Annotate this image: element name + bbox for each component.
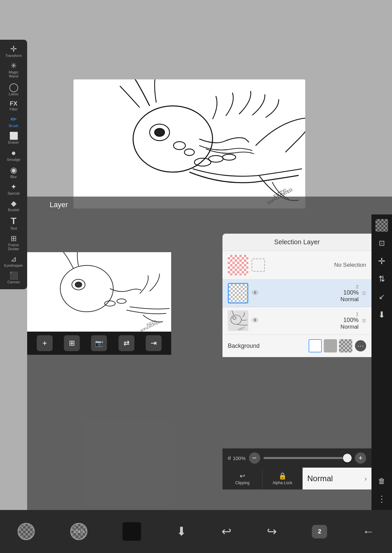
svg-point-4 <box>209 156 223 162</box>
brush-size-display[interactable]: 224.0 <box>70 523 87 540</box>
blend-mode-arrow-icon: › <box>365 475 367 483</box>
tool-brush[interactable]: ✏ Brush <box>1 114 26 130</box>
alpha-minus-button[interactable]: − <box>249 452 260 464</box>
tool-magic-wand[interactable]: ✳ Magic Wand <box>1 60 26 80</box>
canvas-icon: ⬛ <box>9 272 18 279</box>
thumbnail-toolbar: + ⊞ 📷 ⇄ ⇥ <box>27 332 171 355</box>
checker-pattern-button[interactable] <box>373 217 390 234</box>
tool-filter[interactable]: FX Filter <box>1 99 26 113</box>
eyedropper-label: Eyedropper <box>4 263 23 267</box>
tool-special[interactable]: ✦ Special <box>1 181 26 197</box>
alpha-percent-label: 100% <box>233 455 245 461</box>
blend-controls-row: ↩ Clipping 🔒 Alpha Lock Normal › <box>222 468 371 489</box>
more-options-button[interactable]: ⋮ <box>373 491 390 507</box>
frame-divider-label: Frame Divider <box>4 243 24 251</box>
layer-1-opacity: 100% <box>262 317 359 324</box>
brush-selector-button[interactable] <box>18 523 35 540</box>
flip-v-button[interactable]: ⇅ <box>373 271 390 287</box>
alpha-slider-row: α 100% − + <box>222 448 371 468</box>
commit-button[interactable]: ⬇ <box>176 525 186 538</box>
alpha-plus-button[interactable]: + <box>355 452 366 464</box>
right-toolbar: ⊡ ✛ ⇅ ↙ ⬇ 🗑 ⋮ <box>371 214 392 510</box>
layer-1-row[interactable]: FIZZY! 👁 1 100% Normal ≡ <box>222 307 371 335</box>
alpha-track[interactable] <box>264 457 352 459</box>
more-button[interactable]: ⇥ <box>146 335 162 351</box>
layer-2-menu-icon[interactable]: ≡ <box>362 290 366 297</box>
layer-count-badge[interactable]: 2 <box>312 525 327 538</box>
layer-2-row[interactable]: 👁 2 100% Normal ≡ <box>222 280 371 307</box>
tool-text[interactable]: T Text <box>1 214 26 232</box>
back-button[interactable]: ← <box>363 525 374 538</box>
background-row: Background ⋯ <box>222 335 371 357</box>
tool-bucket[interactable]: ◆ Bucket <box>1 198 26 214</box>
filter-label: Filter <box>10 107 18 111</box>
layer-1-thumb: FIZZY! <box>228 310 248 331</box>
tool-blur[interactable]: ◉ Blur <box>1 164 26 181</box>
svg-point-18 <box>233 317 236 319</box>
alpha-icon: α <box>228 455 231 461</box>
alpha-thumb[interactable] <box>343 454 352 462</box>
svg-point-7 <box>184 149 194 156</box>
alpha-lock-button[interactable]: 🔒 Alpha Lock <box>263 468 303 489</box>
svg-point-14 <box>117 299 126 303</box>
bucket-label: Bucket <box>8 208 19 212</box>
camera-button[interactable]: 📷 <box>91 335 107 351</box>
tool-frame-divider[interactable]: ⊞ Frame Divider <box>1 233 26 253</box>
smudge-label: Smudge <box>7 158 21 161</box>
bg-white-button[interactable] <box>309 339 322 352</box>
tool-eyedropper[interactable]: ⊿ Eyedropper <box>1 253 26 269</box>
blend-mode-display[interactable]: Normal › <box>303 468 371 489</box>
thumbnail-canvas: FIZZY! SOFIZZICATED. <box>27 252 171 332</box>
lasso-icon: ◯ <box>9 83 19 91</box>
layer-1-eye-icon[interactable]: 👁 <box>252 316 259 325</box>
transform-icon: ✛ <box>10 45 17 53</box>
bg-more-button[interactable]: ⋯ <box>355 340 366 351</box>
down-arrow-button[interactable]: ⬇ <box>373 306 390 323</box>
alpha-lock-icon: 🔒 <box>278 472 287 480</box>
layer-1-number: 1 <box>262 311 359 317</box>
tool-canvas[interactable]: ⬛ Canvas <box>1 270 26 286</box>
undo-button[interactable]: ↩ <box>221 525 231 538</box>
add-layer-button[interactable]: + <box>37 335 53 351</box>
brush-size-value: 224.0 <box>70 523 87 540</box>
tool-smudge[interactable]: ● Smudge <box>1 147 26 163</box>
lasso-label: Lasso <box>9 92 18 96</box>
blend-mode-text: Normal <box>307 474 333 483</box>
selection-empty-marker <box>252 258 265 272</box>
special-icon: ✦ <box>11 183 17 191</box>
layer-2-eye-icon[interactable]: 👁 <box>252 289 259 298</box>
svg-point-0 <box>133 106 213 172</box>
eraser-icon: ⬜ <box>9 132 18 140</box>
svg-point-17 <box>231 315 241 324</box>
transform-icon-button[interactable]: ⊡ <box>373 235 390 252</box>
tool-transform[interactable]: ✛ Transform <box>1 43 26 60</box>
tool-eraser[interactable]: ⬜ Eraser <box>1 130 26 146</box>
color-swatch[interactable] <box>122 522 141 541</box>
layer-1-sketch: FIZZY! <box>228 310 248 331</box>
svg-text:FIZZY!: FIZZY! <box>238 326 245 331</box>
tool-lasso[interactable]: ◯ Lasso <box>1 81 26 98</box>
move-button[interactable]: ✛ <box>373 253 390 269</box>
clipping-button[interactable]: ↩ Clipping <box>222 468 263 489</box>
bg-gray-button[interactable] <box>324 339 337 352</box>
svg-point-13 <box>105 301 115 306</box>
blur-icon: ◉ <box>10 166 17 174</box>
layer-2-info: 2 100% Normal <box>262 284 359 303</box>
svg-point-12 <box>75 282 82 287</box>
bg-checker-button[interactable] <box>339 339 352 352</box>
export-button[interactable]: ↙ <box>373 289 390 305</box>
brush-icon: ✏ <box>11 116 17 123</box>
selection-layer-row: No Selection <box>222 251 371 280</box>
thumbnail-panel: FIZZY! SOFIZZICATED. + ⊞ 📷 ⇄ ⇥ <box>27 252 171 355</box>
alpha-fill <box>264 457 352 459</box>
redo-button[interactable]: ↪ <box>267 525 277 538</box>
text-icon: T <box>11 216 16 226</box>
add-group-button[interactable]: ⊞ <box>64 335 80 351</box>
flip-button[interactable]: ⇄ <box>119 335 134 351</box>
magic-wand-label: Magic Wand <box>4 70 24 78</box>
brush-label: Brush <box>9 124 19 128</box>
layer-1-blend-mode: Normal <box>262 324 359 330</box>
trash-button[interactable]: 🗑 <box>373 473 390 489</box>
layer-1-menu-icon[interactable]: ≡ <box>362 317 366 324</box>
layer-2-opacity: 100% <box>262 289 359 296</box>
